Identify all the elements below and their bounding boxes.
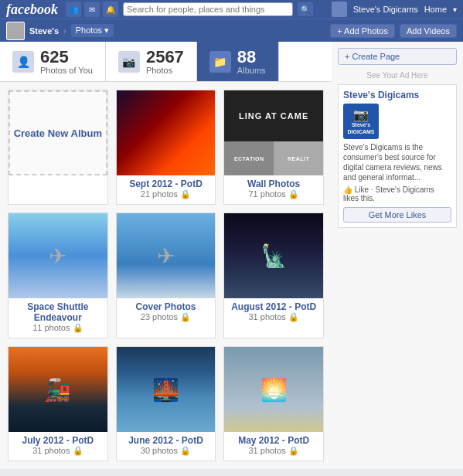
- album-june2012[interactable]: 🌉 June 2012 - PotD 30 photos 🔒: [116, 346, 216, 461]
- photos-label: Photos ▾: [76, 26, 109, 36]
- ad-logo-area: 📷 Steve's DIGICAMS: [343, 104, 451, 139]
- album-meta-aug2012: 31 photos 🔒: [227, 312, 320, 322]
- album-info-wall: Wall Photos 71 photos 🔒: [224, 175, 323, 204]
- stats-bar: 👤 625 Photos of You 📷 2567 Photos 📁 88 A…: [0, 42, 332, 82]
- album-info-aug2012: August 2012 - PotD 31 photos 🔒: [224, 298, 323, 327]
- advertisement-box: Steve's Digicams 📷 Steve's DIGICAMS Stev…: [338, 84, 457, 228]
- photos-of-you-icon: 👤: [12, 51, 34, 73]
- album-title-cover: Cover Photos: [120, 301, 213, 312]
- action-buttons: + Add Photos Add Videos: [330, 24, 457, 38]
- see-ad-text: See Your Ad Here: [338, 71, 457, 80]
- create-album-label: Create New Album: [14, 128, 102, 139]
- album-thumb-july2012: 🚂: [9, 347, 107, 432]
- stat-albums-info: 88 Albums: [237, 49, 266, 75]
- ad-logo-text-line2: DIGICAMS: [348, 129, 375, 135]
- album-meta-shuttle: 11 photos 🔒: [12, 323, 104, 333]
- profile-name-link[interactable]: Steve's Digicams: [353, 5, 418, 14]
- album-title-aug2012: August 2012 - PotD: [227, 301, 320, 312]
- messages-icon[interactable]: ✉: [84, 2, 100, 17]
- albums-label: Albums: [237, 66, 266, 75]
- album-info-july2012: July 2012 - PotD 31 photos 🔒: [9, 432, 107, 461]
- stat-albums[interactable]: 📁 88 Albums: [197, 42, 279, 81]
- cat-overlay: LING AT CAME ECTATION REALIT: [224, 90, 323, 175]
- album-wall[interactable]: LING AT CAME ECTATION REALIT Wall Photos…: [223, 90, 324, 205]
- album-title-sept2012: Sept 2012 - PotD: [120, 178, 213, 189]
- stat-photos-of-you[interactable]: 👤 625 Photos of You: [0, 42, 106, 81]
- album-shuttle[interactable]: ✈ Space Shuttle Endeavour 11 photos 🔒: [8, 212, 108, 338]
- sub-profile-name[interactable]: Steve's: [29, 26, 59, 36]
- cat-bottom-left-text: ECTATION: [224, 141, 274, 175]
- album-info-sept2012: Sept 2012 - PotD 21 photos 🔒: [117, 175, 216, 204]
- ad-logo-text-line1: Steve's: [352, 122, 370, 128]
- get-more-likes-button[interactable]: Get More Likes: [343, 207, 451, 223]
- album-meta-sept2012: 21 photos 🔒: [120, 189, 213, 199]
- stat-photos[interactable]: 📷 2567 Photos: [106, 42, 197, 81]
- left-panel: 👤 625 Photos of You 📷 2567 Photos 📁 88 A…: [0, 42, 332, 469]
- breadcrumb-separator: ›: [63, 26, 66, 36]
- cat-bottom: ECTATION REALIT: [224, 141, 323, 175]
- album-thumb-cover: ✈: [117, 213, 216, 298]
- create-album-placeholder: Create New Album: [9, 90, 107, 175]
- ad-logo: 📷 Steve's DIGICAMS: [343, 104, 379, 139]
- albums-area: Create New Album Sept 2012 - PotD 21 pho…: [0, 82, 332, 469]
- create-album-item[interactable]: Create New Album: [8, 90, 108, 205]
- album-thumb-sept2012: [117, 90, 216, 175]
- album-meta-may2012: 31 photos 🔒: [227, 446, 320, 456]
- photos-of-you-count: 625: [40, 49, 93, 66]
- ad-description: Steve's Digicams is the consumer's best …: [343, 142, 451, 182]
- album-info-may2012: May 2012 - PotD 31 photos 🔒: [224, 432, 323, 461]
- album-title-shuttle: Space Shuttle Endeavour: [12, 301, 104, 323]
- right-nav: Steve's Digicams Home ▾: [332, 2, 457, 17]
- album-aug2012[interactable]: 🗽 August 2012 - PotD 31 photos 🔒: [223, 212, 324, 338]
- album-meta-july2012: 31 photos 🔒: [12, 446, 104, 456]
- album-meta-cover: 23 photos 🔒: [120, 312, 213, 322]
- right-sidebar: + Create Page See Your Ad Here Steve's D…: [332, 42, 463, 469]
- album-meta-june2012: 30 photos 🔒: [120, 446, 213, 456]
- profile-mini-avatar: [6, 22, 25, 40]
- photos-of-you-label: Photos of You: [40, 66, 93, 75]
- home-dropdown-icon[interactable]: ▾: [453, 5, 457, 14]
- album-title-wall: Wall Photos: [227, 178, 320, 189]
- album-july2012[interactable]: 🚂 July 2012 - PotD 31 photos 🔒: [8, 346, 108, 461]
- create-page-button[interactable]: + Create Page: [338, 48, 457, 65]
- album-thumb-june2012: 🌉: [117, 347, 216, 432]
- albums-grid: Create New Album Sept 2012 - PotD 21 pho…: [8, 90, 324, 461]
- album-title-june2012: June 2012 - PotD: [120, 435, 213, 446]
- ad-camera-icon: 📷: [353, 107, 369, 122]
- search-input[interactable]: [123, 2, 293, 16]
- friends-icon[interactable]: 👥: [66, 2, 81, 17]
- albums-count: 88: [237, 49, 266, 66]
- album-info-shuttle: Space Shuttle Endeavour 11 photos 🔒: [9, 298, 107, 338]
- photos-icon: 📷: [118, 51, 140, 73]
- search-button[interactable]: 🔍: [298, 2, 313, 16]
- album-thumb-aug2012: 🗽: [224, 213, 323, 298]
- sub-navigation: Steve's › Photos ▾ + Add Photos Add Vide…: [0, 19, 463, 42]
- cat-top-text: LING AT CAME: [224, 90, 323, 141]
- album-sept2012[interactable]: Sept 2012 - PotD 21 photos 🔒: [116, 90, 216, 205]
- album-info-cover: Cover Photos 23 photos 🔒: [117, 298, 216, 327]
- photos-count: 2567: [146, 49, 184, 66]
- album-cover[interactable]: ✈ Cover Photos 23 photos 🔒: [116, 212, 216, 338]
- cat-bottom-right-text: REALIT: [274, 141, 323, 175]
- add-photos-button[interactable]: + Add Photos: [330, 24, 395, 38]
- album-meta-wall: 71 photos 🔒: [227, 189, 320, 199]
- album-may2012[interactable]: 🌅 May 2012 - PotD 31 photos 🔒: [223, 346, 324, 461]
- facebook-logo: facebook: [6, 2, 58, 18]
- albums-icon: 📁: [209, 51, 231, 73]
- add-videos-button[interactable]: Add Videos: [400, 24, 457, 38]
- profile-thumbnail: [332, 2, 347, 17]
- top-navigation: facebook 👥 ✉ 🔔 🔍 Steve's Digicams Home ▾: [0, 0, 463, 19]
- stat-photos-info: 2567 Photos: [146, 49, 184, 75]
- album-thumb-may2012: 🌅: [224, 347, 323, 432]
- home-link[interactable]: Home: [424, 5, 447, 14]
- album-info-june2012: June 2012 - PotD 30 photos 🔒: [117, 432, 216, 461]
- photos-label: Photos: [146, 66, 184, 75]
- notifications-icon[interactable]: 🔔: [103, 2, 118, 17]
- ad-title[interactable]: Steve's Digicams: [343, 90, 451, 100]
- album-thumb-wall: LING AT CAME ECTATION REALIT: [224, 90, 323, 175]
- album-title-may2012: May 2012 - PotD: [227, 435, 320, 446]
- main-content: 👤 625 Photos of You 📷 2567 Photos 📁 88 A…: [0, 42, 463, 469]
- album-thumb-shuttle: ✈: [9, 213, 107, 298]
- stat-photos-of-you-info: 625 Photos of You: [40, 49, 93, 75]
- photos-dropdown-button[interactable]: Photos ▾: [71, 24, 114, 37]
